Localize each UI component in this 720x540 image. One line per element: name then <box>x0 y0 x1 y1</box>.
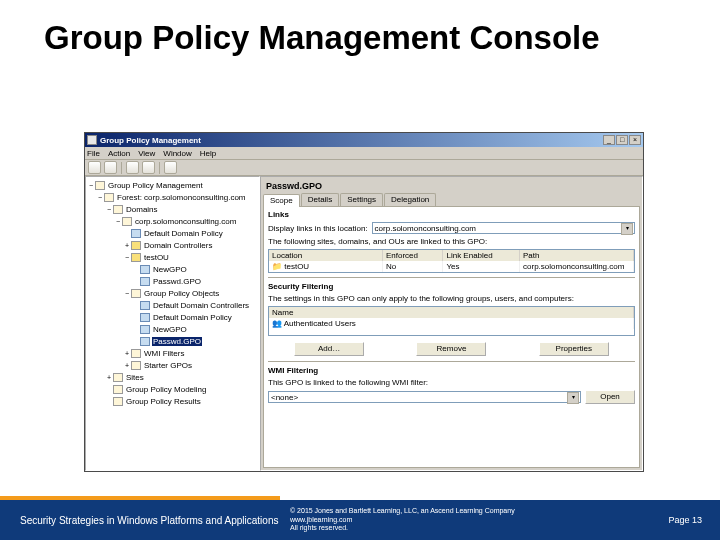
col-enforced[interactable]: Enforced <box>383 250 443 261</box>
tree-item[interactable]: NewGPO <box>87 323 258 335</box>
page-number: Page 13 <box>668 515 720 525</box>
tree-label: testOU <box>143 253 170 262</box>
close-button[interactable]: × <box>629 135 641 145</box>
tree-label: Passwd.GPO <box>152 277 202 286</box>
tab-settings[interactable]: Settings <box>340 193 383 206</box>
tree-item[interactable]: +Domain Controllers <box>87 239 258 251</box>
expand-toggle[interactable]: − <box>87 182 95 189</box>
window-title: Group Policy Management <box>100 136 603 145</box>
gpo-icon <box>140 265 150 274</box>
tree-item[interactable]: −Group Policy Management <box>87 179 258 191</box>
tree-item[interactable]: NewGPO <box>87 263 258 275</box>
tree-item[interactable]: −Group Policy Objects <box>87 287 258 299</box>
minimize-button[interactable]: _ <box>603 135 615 145</box>
col-path[interactable]: Path <box>520 250 634 261</box>
wmi-heading: WMI Filtering <box>268 366 635 375</box>
tree-label: NewGPO <box>152 265 188 274</box>
gpo-title: Passwd.GPO <box>263 179 640 193</box>
links-label: Display links in this location: <box>268 224 368 233</box>
tree-item[interactable]: −Forest: corp.solomonconsulting.com <box>87 191 258 203</box>
scope-panel: Links Display links in this location: co… <box>263 206 640 468</box>
menu-help[interactable]: Help <box>200 149 216 158</box>
tree-label: NewGPO <box>152 325 188 334</box>
toolbar <box>85 160 643 176</box>
tree-item[interactable]: Group Policy Results <box>87 395 258 407</box>
fold-icon <box>113 205 123 214</box>
maximize-button[interactable]: □ <box>616 135 628 145</box>
accent-bar <box>0 496 280 500</box>
tree-item[interactable]: +Sites <box>87 371 258 383</box>
links-row[interactable]: 📁 testOU No Yes corp.solomonconsulting.c… <box>269 261 634 272</box>
security-grid[interactable]: Name 👥 Authenticated Users <box>268 306 635 336</box>
security-desc: The settings in this GPO can only apply … <box>268 294 635 303</box>
expand-toggle[interactable]: − <box>96 194 104 201</box>
tree-item[interactable]: +Starter GPOs <box>87 359 258 371</box>
expand-toggle[interactable]: − <box>105 206 113 213</box>
expand-toggle[interactable]: − <box>123 290 131 297</box>
tree-item[interactable]: Group Policy Modeling <box>87 383 258 395</box>
gpo-icon <box>140 313 150 322</box>
menubar: File Action View Window Help <box>85 147 643 160</box>
menu-action[interactable]: Action <box>108 149 130 158</box>
properties-button[interactable]: Properties <box>539 342 609 356</box>
tab-scope[interactable]: Scope <box>263 194 300 207</box>
ou-icon <box>131 253 141 262</box>
gpo-icon <box>140 325 150 334</box>
titlebar: Group Policy Management _ □ × <box>85 133 643 147</box>
tree-label: Group Policy Modeling <box>125 385 207 394</box>
col-location[interactable]: Location <box>269 250 383 261</box>
tree-label: WMI Filters <box>143 349 185 358</box>
tree-label: Group Policy Objects <box>143 289 220 298</box>
tree-label: Domain Controllers <box>143 241 213 250</box>
forest-icon <box>104 193 114 202</box>
gpo-icon <box>140 277 150 286</box>
tree-item[interactable]: −corp.solomonconsulting.com <box>87 215 258 227</box>
expand-toggle[interactable]: + <box>123 350 131 357</box>
menu-file[interactable]: File <box>87 149 100 158</box>
root-icon <box>95 181 105 190</box>
tree-item[interactable]: Passwd.GPO <box>87 335 258 347</box>
tree-item[interactable]: Passwd.GPO <box>87 275 258 287</box>
expand-toggle[interactable]: − <box>114 218 122 225</box>
expand-toggle[interactable]: + <box>123 242 131 249</box>
security-row[interactable]: 👥 Authenticated Users <box>269 318 634 329</box>
rpt-icon <box>113 385 123 394</box>
forward-button[interactable] <box>104 161 117 174</box>
remove-button[interactable]: Remove <box>416 342 486 356</box>
expand-toggle[interactable]: − <box>123 254 131 261</box>
tree-item[interactable]: Default Domain Controllers <box>87 299 258 311</box>
tree-item[interactable]: Default Domain Policy <box>87 227 258 239</box>
tree-item[interactable]: Default Domain Policy <box>87 311 258 323</box>
slide-title: Group Policy Management Console <box>0 0 720 62</box>
links-desc: The following sites, domains, and OUs ar… <box>268 237 635 246</box>
tree-label: Passwd.GPO <box>152 337 202 346</box>
wmi-open-button[interactable]: Open <box>585 390 635 404</box>
fold-icon <box>131 289 141 298</box>
tree-item[interactable]: −testOU <box>87 251 258 263</box>
ou-icon <box>131 241 141 250</box>
tab-delegation[interactable]: Delegation <box>384 193 436 206</box>
expand-toggle[interactable]: + <box>123 362 131 369</box>
wmi-filter-dropdown[interactable]: <none> <box>268 391 581 403</box>
gpo-icon <box>131 229 141 238</box>
tab-strip: Scope Details Settings Delegation <box>263 193 640 206</box>
tree-item[interactable]: −Domains <box>87 203 258 215</box>
menu-window[interactable]: Window <box>163 149 191 158</box>
help-button[interactable] <box>164 161 177 174</box>
back-button[interactable] <box>88 161 101 174</box>
tree-pane[interactable]: −Group Policy Management−Forest: corp.so… <box>85 176 260 471</box>
add-button[interactable]: Add… <box>294 342 364 356</box>
fold-icon <box>113 373 123 382</box>
links-grid[interactable]: Location Enforced Link Enabled Path 📁 te… <box>268 249 635 273</box>
tree-label: Group Policy Management <box>107 181 204 190</box>
up-button[interactable] <box>126 161 139 174</box>
tree-item[interactable]: +WMI Filters <box>87 347 258 359</box>
expand-toggle[interactable]: + <box>105 374 113 381</box>
links-location-dropdown[interactable]: corp.solomonconsulting.com <box>372 222 635 234</box>
rpt-icon <box>113 397 123 406</box>
col-name[interactable]: Name <box>269 307 634 318</box>
col-link-enabled[interactable]: Link Enabled <box>443 250 520 261</box>
menu-view[interactable]: View <box>138 149 155 158</box>
refresh-button[interactable] <box>142 161 155 174</box>
tab-details[interactable]: Details <box>301 193 339 206</box>
